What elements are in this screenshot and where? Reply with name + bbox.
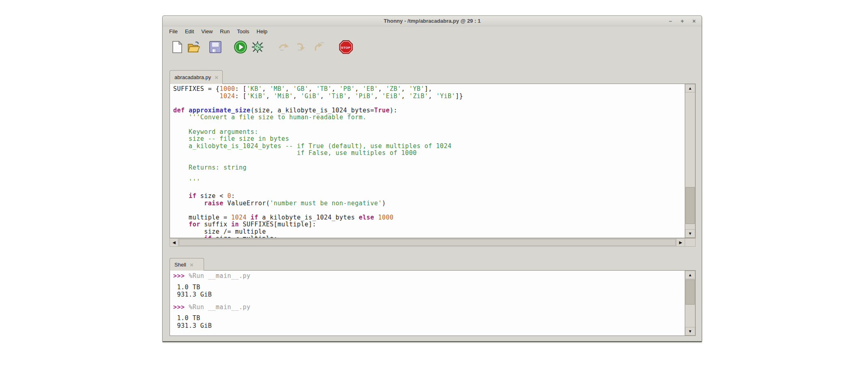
scroll-down-arrow-icon[interactable]: ▼ — [685, 327, 695, 336]
code-line: a_kilobyte_is_1024_bytes -- if True (def… — [173, 143, 685, 150]
debug-button[interactable] — [250, 41, 265, 56]
new-file-button[interactable] — [170, 41, 185, 56]
step-out-button[interactable] — [311, 41, 326, 56]
shell-vertical-scrollbar[interactable]: ▲ ▼ — [685, 271, 695, 336]
thonny-window: Thonny - /tmp/abracadabra.py @ 29 : 1 – … — [162, 15, 702, 342]
code-line — [173, 207, 685, 214]
editor-panel: SUFFIXES = {1000: ['KB', 'MB', 'GB', 'TB… — [170, 84, 696, 238]
editor-horizontal-scrollbar[interactable]: ◀ ▶ — [170, 238, 696, 247]
code-line: >>> %Run __main__.py — [173, 303, 685, 311]
save-button[interactable] — [208, 41, 223, 56]
code-line: SUFFIXES = {1000: ['KB', 'MB', 'GB', 'TB… — [173, 86, 685, 93]
code-line: if False, use multiples of 1000 — [173, 150, 685, 157]
code-line: size -- file size in bytes — [173, 136, 685, 143]
menu-item-edit[interactable]: Edit — [181, 28, 198, 35]
scroll-up-arrow-icon[interactable]: ▲ — [685, 271, 695, 279]
close-button[interactable]: × — [691, 18, 697, 24]
step-into-button[interactable] — [294, 41, 309, 56]
stop-label: STOP — [338, 46, 353, 49]
shell-scroll-thumb[interactable] — [685, 280, 695, 304]
code-line: 1.0 TB — [173, 314, 685, 322]
code-line: ''' — [173, 179, 685, 186]
code-editor-area[interactable]: SUFFIXES = {1000: ['KB', 'MB', 'GB', 'TB… — [170, 84, 685, 238]
code-line: Keyword arguments: — [173, 129, 685, 136]
code-line: 931.3 GiB — [173, 291, 685, 299]
step-over-icon — [277, 41, 291, 55]
shell-output-area[interactable]: >>> %Run __main__.py 1.0 TB 931.3 GiB>>>… — [170, 271, 685, 336]
code-line: size /= multiple — [173, 228, 685, 236]
window-title: Thonny - /tmp/abracadabra.py @ 29 : 1 — [384, 18, 481, 24]
menu-item-help[interactable]: Help — [253, 28, 271, 35]
editor-tab-close-icon[interactable]: × — [215, 74, 218, 80]
save-floppy-icon — [209, 41, 222, 55]
editor-tab-label: abracadabra.py — [174, 74, 211, 80]
code-line: '''Convert a file size to human-readable… — [173, 114, 685, 121]
run-button[interactable] — [233, 41, 248, 56]
code-line: for suffix in SUFFIXES[multiple]: — [173, 221, 685, 228]
code-line — [173, 157, 685, 164]
code-line: 931.3 GiB — [173, 322, 685, 330]
menu-item-view[interactable]: View — [198, 28, 216, 35]
stop-button[interactable]: STOP — [338, 41, 353, 56]
editor-vertical-scrollbar[interactable]: ▲ ▼ — [685, 84, 695, 238]
code-line — [173, 185, 685, 193]
scroll-left-arrow-icon[interactable]: ◀ — [170, 238, 178, 247]
code-line: 1024: ['KiB', 'MiB', 'GiB', 'TiB', 'PiB'… — [173, 93, 685, 100]
debug-bug-icon — [251, 40, 264, 56]
shell-panel: >>> %Run __main__.py 1.0 TB 931.3 GiB>>>… — [170, 270, 696, 336]
editor-hscroll-track[interactable] — [178, 238, 676, 247]
menu-item-tools[interactable]: Tools — [233, 28, 253, 35]
code-line: raise ValueError('number must be non-neg… — [173, 200, 685, 207]
new-file-icon — [171, 41, 183, 55]
code-line: if size < 0: — [173, 193, 685, 200]
shell-tab[interactable]: Shell × — [170, 258, 204, 271]
code-line — [173, 171, 685, 179]
run-play-icon — [234, 40, 247, 56]
shell-tab-close-icon[interactable]: × — [190, 262, 193, 268]
scroll-down-arrow-icon[interactable]: ▼ — [685, 229, 695, 238]
step-into-icon — [295, 41, 308, 55]
window-controls: – + × — [668, 16, 697, 26]
step-out-icon — [312, 41, 325, 55]
maximize-button[interactable]: + — [679, 18, 685, 24]
open-folder-icon — [187, 41, 201, 55]
code-line: Returns: string — [173, 164, 685, 172]
shell-tab-label: Shell — [174, 262, 186, 268]
code-line — [173, 121, 685, 129]
minimize-button[interactable]: – — [668, 18, 673, 24]
title-bar[interactable]: Thonny - /tmp/abracadabra.py @ 29 : 1 – … — [163, 16, 702, 26]
code-line: 1.0 TB — [173, 284, 685, 291]
toolbar: STOP — [163, 37, 702, 59]
open-file-button[interactable] — [187, 41, 202, 56]
code-line — [173, 100, 685, 107]
scroll-right-arrow-icon[interactable]: ▶ — [676, 238, 685, 247]
code-line: multiple = 1024 if a_kilobyte_is_1024_by… — [173, 214, 685, 222]
editor-scroll-thumb[interactable] — [685, 187, 695, 224]
scrollbar-corner — [685, 238, 696, 247]
editor-hscroll-thumb[interactable] — [179, 239, 676, 246]
scroll-up-arrow-icon[interactable]: ▲ — [685, 84, 695, 92]
menubar: FileEditViewRunToolsHelp — [163, 26, 702, 37]
menu-item-run[interactable]: Run — [216, 28, 233, 35]
editor-scroll-track[interactable] — [685, 92, 695, 229]
code-line: >>> %Run __main__.py — [173, 272, 685, 280]
code-line: if size < multiple: — [173, 235, 685, 238]
shell-scroll-track[interactable] — [685, 279, 695, 327]
menu-item-file[interactable]: File — [165, 28, 181, 35]
code-line: def approximate_size(size, a_kilobyte_is… — [173, 107, 685, 114]
step-over-button[interactable] — [277, 41, 292, 56]
editor-tab[interactable]: abracadabra.py × — [170, 70, 223, 84]
